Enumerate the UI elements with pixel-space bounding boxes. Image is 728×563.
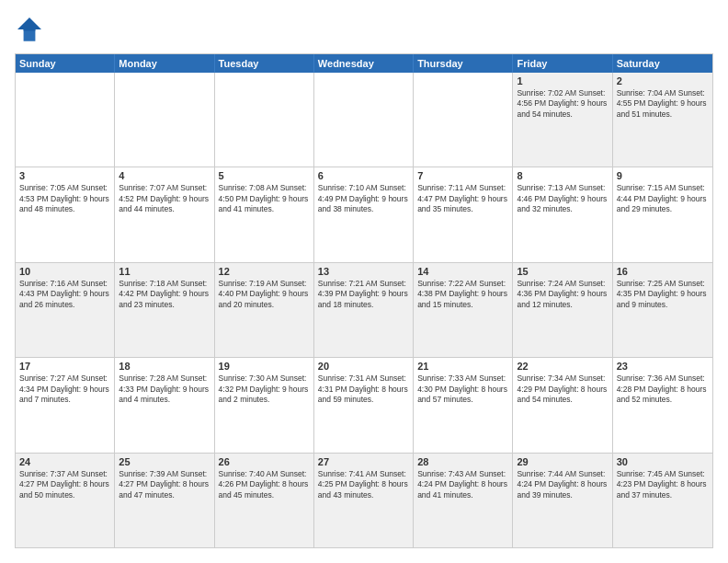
day-info: Sunrise: 7:30 AM Sunset: 4:32 PM Dayligh…	[219, 373, 310, 405]
day-number: 16	[617, 266, 709, 277]
day-info: Sunrise: 7:45 AM Sunset: 4:23 PM Dayligh…	[617, 469, 709, 500]
day-number: 18	[119, 361, 210, 372]
day-cell: 1Sunrise: 7:02 AM Sunset: 4:56 PM Daylig…	[513, 73, 612, 167]
day-number: 1	[517, 75, 608, 86]
day-number: 21	[417, 361, 508, 372]
logo-icon	[15, 15, 44, 44]
day-number: 8	[517, 170, 608, 181]
weekday-header: Friday	[513, 54, 612, 73]
calendar-row: 17Sunrise: 7:27 AM Sunset: 4:34 PM Dayli…	[16, 357, 712, 452]
day-info: Sunrise: 7:15 AM Sunset: 4:44 PM Dayligh…	[617, 183, 709, 214]
day-info: Sunrise: 7:07 AM Sunset: 4:52 PM Dayligh…	[119, 183, 210, 214]
calendar-row: 1Sunrise: 7:02 AM Sunset: 4:56 PM Daylig…	[16, 73, 712, 167]
day-number: 3	[19, 170, 110, 181]
empty-cell	[16, 73, 115, 167]
day-info: Sunrise: 7:21 AM Sunset: 4:39 PM Dayligh…	[318, 279, 409, 310]
day-info: Sunrise: 7:40 AM Sunset: 4:26 PM Dayligh…	[219, 469, 310, 500]
day-cell: 27Sunrise: 7:41 AM Sunset: 4:25 PM Dayli…	[314, 454, 414, 547]
day-cell: 11Sunrise: 7:18 AM Sunset: 4:42 PM Dayli…	[115, 263, 214, 357]
day-number: 22	[517, 361, 608, 372]
day-cell: 9Sunrise: 7:15 AM Sunset: 4:44 PM Daylig…	[613, 167, 712, 261]
day-cell: 8Sunrise: 7:13 AM Sunset: 4:46 PM Daylig…	[513, 167, 612, 261]
calendar-body: 1Sunrise: 7:02 AM Sunset: 4:56 PM Daylig…	[16, 73, 712, 547]
page: SundayMondayTuesdayWednesdayThursdayFrid…	[0, 0, 728, 563]
day-info: Sunrise: 7:19 AM Sunset: 4:40 PM Dayligh…	[219, 279, 310, 310]
day-cell: 18Sunrise: 7:28 AM Sunset: 4:33 PM Dayli…	[115, 358, 214, 452]
day-number: 7	[417, 170, 508, 181]
day-number: 4	[119, 170, 210, 181]
day-cell: 2Sunrise: 7:04 AM Sunset: 4:55 PM Daylig…	[613, 73, 712, 167]
day-info: Sunrise: 7:36 AM Sunset: 4:28 PM Dayligh…	[617, 373, 709, 405]
day-cell: 20Sunrise: 7:31 AM Sunset: 4:31 PM Dayli…	[314, 358, 414, 452]
day-number: 29	[517, 456, 608, 467]
day-cell: 23Sunrise: 7:36 AM Sunset: 4:28 PM Dayli…	[613, 358, 712, 452]
weekday-header: Thursday	[414, 54, 513, 73]
day-cell: 17Sunrise: 7:27 AM Sunset: 4:34 PM Dayli…	[16, 358, 115, 452]
empty-cell	[115, 73, 214, 167]
day-number: 25	[119, 456, 210, 467]
day-info: Sunrise: 7:28 AM Sunset: 4:33 PM Dayligh…	[119, 373, 210, 405]
day-info: Sunrise: 7:13 AM Sunset: 4:46 PM Dayligh…	[517, 183, 608, 214]
day-number: 20	[318, 361, 409, 372]
day-cell: 5Sunrise: 7:08 AM Sunset: 4:50 PM Daylig…	[215, 167, 314, 261]
day-cell: 24Sunrise: 7:37 AM Sunset: 4:27 PM Dayli…	[16, 454, 115, 547]
day-number: 23	[617, 361, 709, 372]
day-info: Sunrise: 7:04 AM Sunset: 4:55 PM Dayligh…	[617, 88, 709, 120]
day-cell: 26Sunrise: 7:40 AM Sunset: 4:26 PM Dayli…	[215, 454, 314, 547]
logo	[15, 15, 48, 44]
svg-marker-1	[17, 17, 41, 30]
calendar-header: SundayMondayTuesdayWednesdayThursdayFrid…	[16, 54, 712, 73]
day-info: Sunrise: 7:24 AM Sunset: 4:36 PM Dayligh…	[517, 279, 608, 310]
day-info: Sunrise: 7:05 AM Sunset: 4:53 PM Dayligh…	[19, 183, 110, 214]
day-cell: 10Sunrise: 7:16 AM Sunset: 4:43 PM Dayli…	[16, 263, 115, 357]
day-cell: 4Sunrise: 7:07 AM Sunset: 4:52 PM Daylig…	[115, 167, 214, 261]
calendar: SundayMondayTuesdayWednesdayThursdayFrid…	[15, 53, 713, 548]
day-cell: 13Sunrise: 7:21 AM Sunset: 4:39 PM Dayli…	[314, 263, 414, 357]
day-info: Sunrise: 7:08 AM Sunset: 4:50 PM Dayligh…	[219, 183, 310, 214]
empty-cell	[414, 73, 513, 167]
day-number: 26	[219, 456, 310, 467]
day-number: 14	[417, 266, 508, 277]
empty-cell	[215, 73, 314, 167]
day-info: Sunrise: 7:16 AM Sunset: 4:43 PM Dayligh…	[19, 279, 110, 310]
day-cell: 22Sunrise: 7:34 AM Sunset: 4:29 PM Dayli…	[513, 358, 612, 452]
weekday-header: Tuesday	[215, 54, 314, 73]
day-number: 17	[19, 361, 110, 372]
day-cell: 19Sunrise: 7:30 AM Sunset: 4:32 PM Dayli…	[215, 358, 314, 452]
day-info: Sunrise: 7:39 AM Sunset: 4:27 PM Dayligh…	[119, 469, 210, 500]
weekday-header: Wednesday	[314, 54, 414, 73]
day-number: 2	[617, 75, 709, 86]
day-info: Sunrise: 7:25 AM Sunset: 4:35 PM Dayligh…	[617, 279, 709, 310]
day-cell: 6Sunrise: 7:10 AM Sunset: 4:49 PM Daylig…	[314, 167, 414, 261]
day-number: 19	[219, 361, 310, 372]
day-number: 11	[119, 266, 210, 277]
empty-cell	[314, 73, 414, 167]
day-info: Sunrise: 7:10 AM Sunset: 4:49 PM Dayligh…	[318, 183, 409, 214]
day-cell: 25Sunrise: 7:39 AM Sunset: 4:27 PM Dayli…	[115, 454, 214, 547]
day-cell: 30Sunrise: 7:45 AM Sunset: 4:23 PM Dayli…	[613, 454, 712, 547]
calendar-row: 10Sunrise: 7:16 AM Sunset: 4:43 PM Dayli…	[16, 262, 712, 357]
day-cell: 15Sunrise: 7:24 AM Sunset: 4:36 PM Dayli…	[513, 263, 612, 357]
day-cell: 28Sunrise: 7:43 AM Sunset: 4:24 PM Dayli…	[414, 454, 513, 547]
day-info: Sunrise: 7:11 AM Sunset: 4:47 PM Dayligh…	[417, 183, 508, 214]
day-number: 13	[318, 266, 409, 277]
day-cell: 12Sunrise: 7:19 AM Sunset: 4:40 PM Dayli…	[215, 263, 314, 357]
day-number: 24	[19, 456, 110, 467]
day-number: 27	[318, 456, 409, 467]
weekday-header: Sunday	[16, 54, 115, 73]
day-number: 28	[417, 456, 508, 467]
day-number: 30	[617, 456, 709, 467]
day-info: Sunrise: 7:02 AM Sunset: 4:56 PM Dayligh…	[517, 88, 608, 120]
day-cell: 7Sunrise: 7:11 AM Sunset: 4:47 PM Daylig…	[414, 167, 513, 261]
day-cell: 3Sunrise: 7:05 AM Sunset: 4:53 PM Daylig…	[16, 167, 115, 261]
day-number: 9	[617, 170, 709, 181]
calendar-row: 3Sunrise: 7:05 AM Sunset: 4:53 PM Daylig…	[16, 167, 712, 261]
day-number: 5	[219, 170, 310, 181]
day-cell: 16Sunrise: 7:25 AM Sunset: 4:35 PM Dayli…	[613, 263, 712, 357]
header	[15, 15, 713, 44]
calendar-row: 24Sunrise: 7:37 AM Sunset: 4:27 PM Dayli…	[16, 453, 712, 547]
day-info: Sunrise: 7:44 AM Sunset: 4:24 PM Dayligh…	[517, 469, 608, 500]
day-cell: 29Sunrise: 7:44 AM Sunset: 4:24 PM Dayli…	[513, 454, 612, 547]
day-info: Sunrise: 7:34 AM Sunset: 4:29 PM Dayligh…	[517, 373, 608, 405]
weekday-header: Monday	[115, 54, 214, 73]
